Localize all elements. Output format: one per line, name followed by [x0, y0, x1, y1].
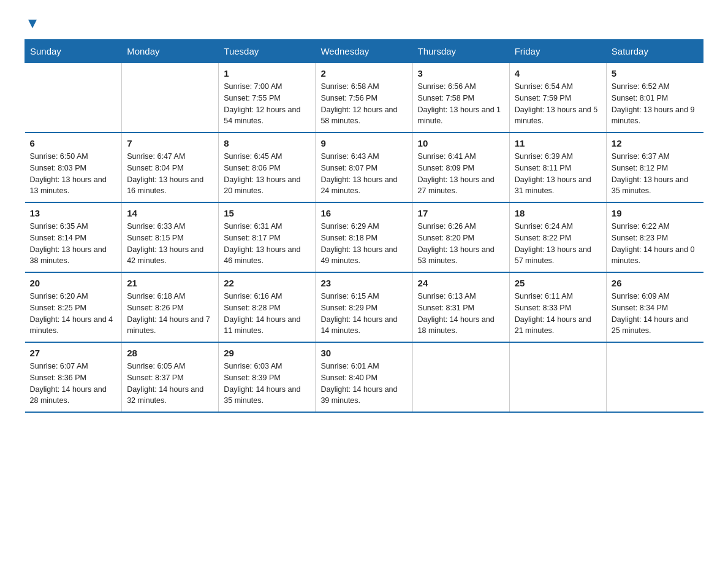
- day-number: 11: [515, 138, 601, 148]
- day-number: 2: [320, 68, 407, 79]
- calendar-cell: 12 Sunrise: 6:37 AMSunset: 8:12 PMDaylig…: [606, 132, 703, 202]
- day-info: Sunrise: 6:22 AMSunset: 8:23 PMDaylight:…: [612, 221, 699, 267]
- day-info: Sunrise: 6:15 AMSunset: 8:29 PMDaylight:…: [320, 291, 407, 337]
- day-number: 28: [127, 348, 213, 358]
- calendar-cell: 26 Sunrise: 6:09 AMSunset: 8:34 PMDaylig…: [606, 272, 703, 342]
- calendar-cell: 3 Sunrise: 6:56 AMSunset: 7:58 PMDayligh…: [412, 63, 509, 133]
- day-info: Sunrise: 6:09 AMSunset: 8:34 PMDaylight:…: [612, 291, 699, 337]
- day-info: Sunrise: 6:33 AMSunset: 8:15 PMDaylight:…: [127, 221, 213, 267]
- header-day-tuesday: Tuesday: [219, 40, 316, 63]
- week-row-1: 1 Sunrise: 7:00 AMSunset: 7:55 PMDayligh…: [25, 63, 703, 133]
- calendar-table: SundayMondayTuesdayWednesdayThursdayFrid…: [25, 39, 703, 413]
- day-number: 21: [127, 278, 213, 288]
- calendar-cell: 19 Sunrise: 6:22 AMSunset: 8:23 PMDaylig…: [606, 202, 703, 272]
- calendar-cell: 22 Sunrise: 6:16 AMSunset: 8:28 PMDaylig…: [219, 272, 316, 342]
- calendar-cell: 1 Sunrise: 7:00 AMSunset: 7:55 PMDayligh…: [219, 63, 316, 133]
- day-info: Sunrise: 6:11 AMSunset: 8:33 PMDaylight:…: [515, 291, 601, 337]
- calendar-cell: 8 Sunrise: 6:45 AMSunset: 8:06 PMDayligh…: [219, 132, 316, 202]
- day-info: Sunrise: 6:56 AMSunset: 7:58 PMDaylight:…: [418, 81, 504, 127]
- logo: [25, 18, 39, 27]
- calendar-cell: 11 Sunrise: 6:39 AMSunset: 8:11 PMDaylig…: [509, 132, 606, 202]
- week-row-3: 13 Sunrise: 6:35 AMSunset: 8:14 PMDaylig…: [25, 202, 703, 272]
- day-number: 15: [224, 208, 310, 218]
- calendar-cell: 16 Sunrise: 6:29 AMSunset: 8:18 PMDaylig…: [316, 202, 412, 272]
- header-day-thursday: Thursday: [412, 40, 509, 63]
- calendar-cell: 5 Sunrise: 6:52 AMSunset: 8:01 PMDayligh…: [606, 63, 703, 133]
- calendar-cell: 10 Sunrise: 6:41 AMSunset: 8:09 PMDaylig…: [412, 132, 509, 202]
- day-number: 13: [30, 208, 117, 218]
- day-number: 23: [320, 278, 407, 288]
- day-info: Sunrise: 6:37 AMSunset: 8:12 PMDaylight:…: [612, 151, 699, 197]
- calendar-cell: 18 Sunrise: 6:24 AMSunset: 8:22 PMDaylig…: [509, 202, 606, 272]
- day-number: 27: [30, 348, 117, 358]
- calendar-cell: 25 Sunrise: 6:11 AMSunset: 8:33 PMDaylig…: [509, 272, 606, 342]
- day-number: 20: [30, 278, 117, 288]
- day-number: 17: [418, 208, 504, 218]
- day-number: 26: [612, 278, 699, 288]
- day-info: Sunrise: 6:26 AMSunset: 8:20 PMDaylight:…: [418, 221, 504, 267]
- day-number: 9: [320, 138, 407, 148]
- day-info: Sunrise: 6:18 AMSunset: 8:26 PMDaylight:…: [127, 291, 213, 337]
- day-number: 25: [515, 278, 601, 288]
- calendar-cell: 23 Sunrise: 6:15 AMSunset: 8:29 PMDaylig…: [316, 272, 412, 342]
- calendar-cell: 24 Sunrise: 6:13 AMSunset: 8:31 PMDaylig…: [412, 272, 509, 342]
- calendar-cell: 27 Sunrise: 6:07 AMSunset: 8:36 PMDaylig…: [25, 342, 122, 412]
- calendar-cell: 21 Sunrise: 6:18 AMSunset: 8:26 PMDaylig…: [122, 272, 219, 342]
- calendar-header-row: SundayMondayTuesdayWednesdayThursdayFrid…: [25, 40, 703, 63]
- day-info: Sunrise: 6:52 AMSunset: 8:01 PMDaylight:…: [612, 81, 699, 127]
- day-number: 12: [612, 138, 699, 148]
- calendar-cell: 6 Sunrise: 6:50 AMSunset: 8:03 PMDayligh…: [25, 132, 122, 202]
- day-info: Sunrise: 6:29 AMSunset: 8:18 PMDaylight:…: [320, 221, 407, 267]
- day-info: Sunrise: 6:20 AMSunset: 8:25 PMDaylight:…: [30, 291, 117, 337]
- day-info: Sunrise: 6:58 AMSunset: 7:56 PMDaylight:…: [320, 81, 407, 127]
- day-number: 29: [224, 348, 310, 358]
- day-number: 30: [320, 348, 407, 358]
- day-info: Sunrise: 6:41 AMSunset: 8:09 PMDaylight:…: [418, 151, 504, 197]
- day-info: Sunrise: 6:16 AMSunset: 8:28 PMDaylight:…: [224, 291, 310, 337]
- day-number: 6: [30, 138, 117, 148]
- header-day-wednesday: Wednesday: [316, 40, 412, 63]
- calendar-cell: 14 Sunrise: 6:33 AMSunset: 8:15 PMDaylig…: [122, 202, 219, 272]
- calendar-cell: 29 Sunrise: 6:03 AMSunset: 8:39 PMDaylig…: [219, 342, 316, 412]
- day-number: 1: [224, 68, 310, 79]
- calendar-cell: 13 Sunrise: 6:35 AMSunset: 8:14 PMDaylig…: [25, 202, 122, 272]
- calendar-cell: 30 Sunrise: 6:01 AMSunset: 8:40 PMDaylig…: [316, 342, 412, 412]
- day-info: Sunrise: 6:07 AMSunset: 8:36 PMDaylight:…: [30, 361, 117, 407]
- header-day-friday: Friday: [509, 40, 606, 63]
- calendar-cell: 7 Sunrise: 6:47 AMSunset: 8:04 PMDayligh…: [122, 132, 219, 202]
- day-number: 4: [515, 68, 601, 79]
- header-day-monday: Monday: [122, 40, 219, 63]
- day-number: 14: [127, 208, 213, 218]
- calendar-cell: [509, 342, 606, 412]
- day-number: 7: [127, 138, 213, 148]
- day-number: 19: [612, 208, 699, 218]
- calendar-cell: 2 Sunrise: 6:58 AMSunset: 7:56 PMDayligh…: [316, 63, 412, 133]
- calendar-cell: 4 Sunrise: 6:54 AMSunset: 7:59 PMDayligh…: [509, 63, 606, 133]
- calendar-cell: 28 Sunrise: 6:05 AMSunset: 8:37 PMDaylig…: [122, 342, 219, 412]
- week-row-4: 20 Sunrise: 6:20 AMSunset: 8:25 PMDaylig…: [25, 272, 703, 342]
- calendar-cell: 15 Sunrise: 6:31 AMSunset: 8:17 PMDaylig…: [219, 202, 316, 272]
- header-day-saturday: Saturday: [606, 40, 703, 63]
- day-number: 16: [320, 208, 407, 218]
- week-row-5: 27 Sunrise: 6:07 AMSunset: 8:36 PMDaylig…: [25, 342, 703, 412]
- svg-marker-0: [28, 20, 37, 28]
- day-info: Sunrise: 6:31 AMSunset: 8:17 PMDaylight:…: [224, 221, 310, 267]
- week-row-2: 6 Sunrise: 6:50 AMSunset: 8:03 PMDayligh…: [25, 132, 703, 202]
- day-info: Sunrise: 6:50 AMSunset: 8:03 PMDaylight:…: [30, 151, 117, 197]
- day-info: Sunrise: 6:24 AMSunset: 8:22 PMDaylight:…: [515, 221, 601, 267]
- day-number: 3: [418, 68, 504, 79]
- calendar-cell: 20 Sunrise: 6:20 AMSunset: 8:25 PMDaylig…: [25, 272, 122, 342]
- calendar-cell: [412, 342, 509, 412]
- calendar-cell: 9 Sunrise: 6:43 AMSunset: 8:07 PMDayligh…: [316, 132, 412, 202]
- calendar-cell: [606, 342, 703, 412]
- day-info: Sunrise: 6:54 AMSunset: 7:59 PMDaylight:…: [515, 81, 601, 127]
- day-info: Sunrise: 6:35 AMSunset: 8:14 PMDaylight:…: [30, 221, 117, 267]
- day-number: 8: [224, 138, 310, 148]
- calendar-cell: [25, 63, 122, 133]
- day-info: Sunrise: 7:00 AMSunset: 7:55 PMDaylight:…: [224, 81, 310, 127]
- day-info: Sunrise: 6:03 AMSunset: 8:39 PMDaylight:…: [224, 361, 310, 407]
- day-number: 24: [418, 278, 504, 288]
- day-info: Sunrise: 6:47 AMSunset: 8:04 PMDaylight:…: [127, 151, 213, 197]
- header-area: [25, 18, 703, 27]
- day-info: Sunrise: 6:43 AMSunset: 8:07 PMDaylight:…: [320, 151, 407, 197]
